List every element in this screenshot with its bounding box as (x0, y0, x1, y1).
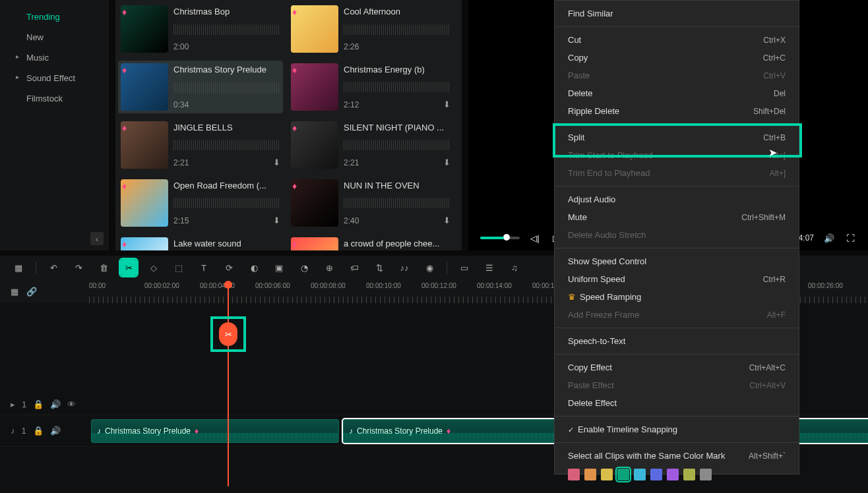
sidebar-item-new[interactable]: New (0, 27, 109, 47)
download-icon[interactable]: ⬇ (443, 100, 450, 109)
audio-tool[interactable]: ♪♪ (396, 260, 412, 276)
download-icon[interactable]: ⬇ (443, 158, 450, 167)
volume-slider[interactable] (480, 237, 520, 239)
undo-button[interactable]: ↶ (46, 260, 61, 276)
record-tool[interactable]: ◉ (421, 260, 437, 276)
sidebar-item-sound-effect[interactable]: Sound Effect (0, 68, 109, 88)
audio-duration: 2:21 (173, 158, 189, 167)
audio-item[interactable]: ♦ NUN IN THE OVEN 2:40 ⬇ (288, 177, 453, 229)
context-menu-item[interactable]: Ripple DeleteShift+Del (555, 102, 799, 120)
capture-tool[interactable]: ▭ (456, 260, 472, 276)
ruler-tick: 00:00:06:00 (255, 282, 290, 289)
keyframe-tool[interactable]: ◔ (296, 260, 312, 276)
color-swatch[interactable] (617, 469, 629, 480)
context-menu-item[interactable]: Find Similar (555, 5, 799, 22)
color-swatch[interactable] (634, 469, 646, 480)
audio-thumbnail: ♦ (291, 5, 338, 53)
subtitle-tool[interactable]: ▣ (271, 260, 287, 276)
context-menu-item[interactable]: MuteCtrl+Shift+M (555, 208, 799, 226)
context-menu-label: Ripple Delete (568, 106, 619, 116)
audio-item[interactable]: ♦ Lake water sound (118, 235, 283, 250)
audio-thumbnail: ♦ (121, 237, 168, 250)
color-swatch[interactable] (667, 469, 679, 480)
sidebar-item-trending[interactable]: Trending (0, 7, 109, 27)
context-menu-item[interactable]: ♛Speed Ramping (555, 288, 799, 306)
music-tool[interactable]: ♫ (507, 260, 522, 276)
tag-tool[interactable]: 🏷 (346, 260, 362, 276)
context-menu-item: Delete Audio Stretch (555, 226, 799, 244)
audio-item[interactable]: ♦ Christmas Energy (b) 2:12 ⬇ (288, 61, 453, 113)
color-swatch[interactable] (584, 469, 596, 480)
split-indicator: ✂ (210, 316, 246, 352)
marker-tool[interactable]: ◇ (146, 260, 162, 276)
snap-icon[interactable]: ▦ (11, 287, 18, 297)
audio-icon[interactable]: 🔊 (823, 232, 835, 244)
shortcut-label: Shift+Del (753, 107, 786, 116)
sidebar-item-music[interactable]: Music (0, 47, 109, 68)
audio-item[interactable]: ♦ Open Road Freedom (... 2:15 ⬇ (118, 177, 283, 229)
redo-button[interactable]: ↷ (71, 260, 86, 276)
link-icon[interactable]: 🔗 (26, 287, 37, 297)
expand-tool[interactable]: ⊕ (321, 260, 337, 276)
shortcut-label: Ctrl+C (763, 53, 786, 63)
prev-frame-button[interactable]: ◁| (529, 232, 541, 244)
audio-title: Open Road Freedom (... (173, 181, 280, 190)
crop-tool[interactable]: ⬚ (171, 260, 187, 276)
ruler-tick: 00:00:02:00 (144, 282, 179, 289)
context-menu-item[interactable]: Speech-to-Text (555, 332, 799, 350)
context-menu-item[interactable]: Uniform SpeedCtrl+R (555, 270, 799, 288)
color-swatch[interactable] (650, 469, 662, 480)
waveform-icon (344, 24, 450, 35)
waveform-icon (173, 198, 280, 208)
download-icon[interactable]: ⬇ (273, 216, 280, 225)
context-menu-item[interactable]: CutCtrl+X (555, 31, 799, 49)
shortcut-label: Alt+[ (770, 151, 786, 160)
color-swatch[interactable] (683, 469, 695, 480)
track-tool[interactable]: ☰ (481, 260, 497, 276)
audio-thumbnail: ♦ (291, 63, 338, 111)
context-menu-item[interactable]: CopyCtrl+C (555, 49, 799, 67)
context-menu-item[interactable]: Adjust Audio (555, 190, 799, 208)
split-tool[interactable]: ✂ (121, 260, 137, 276)
audio-item[interactable]: ♦ Christmas Bop 2:00 (118, 3, 283, 55)
adjust-tool[interactable]: ⇅ (371, 260, 387, 276)
audio-item[interactable]: ♦ JINGLE BELLS 2:21 ⬇ (118, 119, 283, 171)
audio-clip[interactable]: ♪Christmas Story Prelude♦ (91, 419, 339, 443)
color-swatch[interactable] (601, 469, 613, 480)
context-menu-item[interactable]: Delete Effect (555, 394, 799, 412)
playhead[interactable] (228, 282, 229, 486)
audio-duration: 2:26 (344, 42, 359, 51)
motion-tool[interactable]: ◐ (246, 260, 262, 276)
sidebar-item-filmstock[interactable]: Filmstock (0, 88, 109, 109)
audio-lock-icon[interactable]: 🔒 (33, 426, 44, 436)
context-menu-item[interactable]: Show Speed Control (555, 252, 799, 270)
context-menu-item[interactable]: DeleteDel (555, 84, 799, 102)
download-icon[interactable]: ⬇ (273, 158, 280, 167)
audio-item[interactable]: ♦ Cool Afternoon 2:26 (288, 3, 453, 55)
context-menu-item[interactable]: Copy EffectCtrl+Alt+C (555, 359, 799, 376)
waveform-icon (344, 198, 450, 208)
audio-item[interactable]: ♦ a crowd of people chee... (288, 235, 453, 250)
audio-item[interactable]: ♦ Christmas Story Prelude 0:34 (118, 61, 283, 113)
context-menu-item[interactable]: SplitCtrl+B (555, 129, 799, 146)
context-menu-item: PasteCtrl+V (555, 67, 799, 84)
context-menu-label: Speech-to-Text (568, 336, 625, 346)
mute-icon[interactable]: 🔊 (50, 399, 61, 409)
context-menu-item[interactable]: Select all Clips with the Same Color Mar… (555, 447, 799, 465)
grid-tool[interactable]: ▦ (11, 260, 26, 276)
text-tool[interactable]: T (196, 260, 212, 276)
lock-icon[interactable]: 🔒 (33, 399, 44, 409)
visibility-icon[interactable]: 👁 (67, 399, 76, 409)
delete-button[interactable]: 🗑 (96, 260, 111, 276)
audio-mute-icon[interactable]: 🔊 (50, 426, 61, 436)
shortcut-label: Ctrl+Alt+C (749, 363, 786, 372)
speed-tool[interactable]: ⟳ (221, 260, 237, 276)
download-icon[interactable]: ⬇ (443, 216, 450, 225)
sidebar-collapse-button[interactable]: ‹ (90, 232, 104, 245)
audio-duration: 2:21 (344, 158, 359, 167)
fullscreen-button[interactable]: ⛶ (844, 232, 856, 244)
audio-item[interactable]: ♦ SILENT NIGHT (PIANO ... 2:21 ⬇ (288, 119, 453, 171)
color-swatch[interactable] (700, 469, 712, 480)
context-menu-item[interactable]: ✓Enable Timeline Snapping (555, 420, 799, 438)
color-swatch[interactable] (568, 469, 580, 480)
